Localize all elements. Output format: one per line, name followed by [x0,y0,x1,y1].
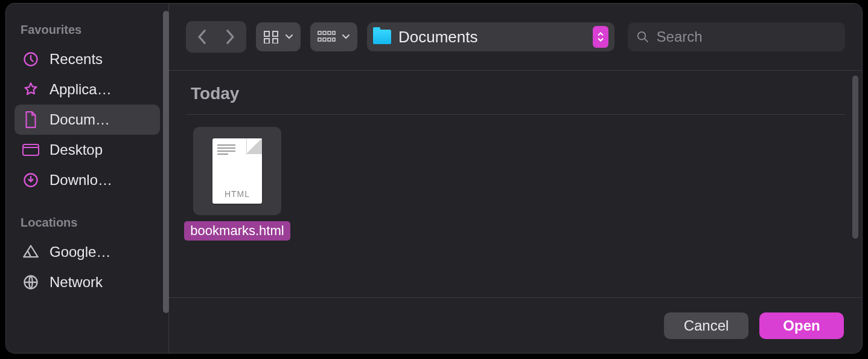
view-group-mode-button[interactable] [310,22,357,51]
chevron-down-icon [342,34,350,40]
file-thumbnail: HTML [193,127,281,215]
sidebar-item-desktop[interactable]: Desktop [14,135,160,165]
svg-rect-6 [273,31,278,36]
location-label: Documents [398,28,586,47]
sidebar-item-recents[interactable]: Recents [14,44,160,74]
group-icon [318,30,336,44]
open-file-dialog: Favourites Recents Applica… Docum… Deskt… [6,4,862,353]
folder-icon [373,30,391,44]
clock-icon [22,50,40,68]
sidebar-item-label: Desktop [49,141,103,158]
file-item[interactable]: HTML bookmarks.html [186,127,289,241]
sidebar-item-label: Applica… [49,81,112,98]
file-area-scrollbar[interactable] [852,76,858,239]
sidebar-item-documents[interactable]: Docum… [14,105,160,135]
forward-button[interactable] [217,24,244,50]
chevron-down-icon [285,34,293,40]
svg-rect-12 [333,31,335,34]
search-icon [636,30,649,44]
sidebar: Favourites Recents Applica… Docum… Deskt… [6,4,169,353]
sidebar-item-label: Downlo… [49,172,112,189]
cancel-button[interactable]: Cancel [664,312,748,339]
back-button[interactable] [188,24,215,50]
location-popup-button[interactable]: Documents [367,22,614,51]
desktop-icon [22,141,40,159]
file-browser-area: Today HTML bookmarks.html [169,70,862,297]
sidebar-section-locations: Locations [14,211,160,237]
nav-group [186,21,246,53]
open-button[interactable]: Open [759,312,844,339]
main-panel: Documents Today [169,4,862,353]
grid-icon [263,30,279,44]
network-icon [22,273,40,291]
file-name-label: bookmarks.html [184,221,290,241]
sidebar-item-label: Recents [49,51,103,68]
html-file-icon: HTML [212,138,262,204]
svg-rect-13 [318,38,321,41]
download-icon [22,171,40,189]
updown-arrows-icon [593,26,608,48]
sidebar-item-downloads[interactable]: Downlo… [14,165,160,195]
svg-rect-5 [264,31,269,36]
apps-icon [22,80,40,99]
svg-rect-11 [328,31,331,34]
sidebar-item-google-drive[interactable]: Google… [14,237,160,267]
svg-rect-9 [318,31,321,34]
file-ext-label: HTML [212,189,262,199]
svg-rect-10 [323,31,326,34]
svg-rect-1 [23,144,39,155]
sidebar-item-applications[interactable]: Applica… [14,74,160,105]
file-items-row: HTML bookmarks.html [186,115,845,241]
svg-rect-16 [333,38,335,41]
svg-rect-15 [328,38,331,41]
svg-rect-8 [273,39,278,44]
drive-icon [22,243,40,261]
document-icon [22,111,40,129]
dialog-footer: Cancel Open [169,297,862,353]
sidebar-item-label: Google… [49,244,110,260]
sidebar-item-network[interactable]: Network [14,267,160,297]
view-icon-mode-button[interactable] [256,22,301,51]
svg-rect-7 [264,39,269,44]
sidebar-item-label: Docum… [49,111,110,128]
toolbar: Documents [169,4,862,70]
sidebar-section-favourites: Favourites [14,18,160,44]
search-input[interactable] [657,28,837,45]
group-header-today: Today [186,71,845,115]
sidebar-scrollbar[interactable] [163,11,169,313]
svg-rect-14 [323,38,326,41]
sidebar-item-label: Network [49,274,103,291]
search-field[interactable] [628,22,845,51]
